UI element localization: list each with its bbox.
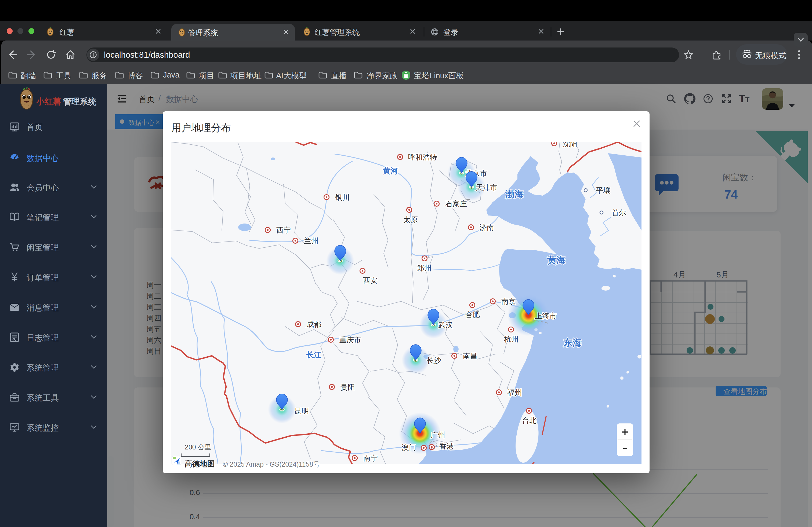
svg-text:长江: 长江 [306,351,321,359]
svg-text:济南: 济南 [480,224,494,231]
svg-text:福州: 福州 [508,389,522,396]
svg-text:南昌: 南昌 [463,352,477,360]
svg-text:天津市: 天津市 [476,183,497,192]
svg-text:渤海: 渤海 [505,189,524,199]
svg-text:香港: 香港 [439,442,454,450]
svg-text:平壤: 平壤 [596,186,610,195]
svg-text:东海: 东海 [563,337,582,348]
svg-text:南宁: 南宁 [363,454,378,462]
svg-text:黄河: 黄河 [383,167,398,175]
svg-text:沈阳: 沈阳 [563,142,577,148]
svg-text:呼和浩特: 呼和浩特 [408,153,437,161]
svg-text:广州: 广州 [431,431,445,439]
svg-text:南京: 南京 [501,298,516,306]
svg-text:银川: 银川 [335,194,350,201]
svg-text:澳门: 澳门 [402,443,416,452]
svg-text:成都: 成都 [307,320,321,328]
svg-text:贵阳: 贵阳 [340,383,355,391]
svg-text:杭州: 杭州 [504,335,519,343]
svg-text:合肥: 合肥 [465,311,480,319]
svg-text:西宁: 西宁 [276,226,291,234]
svg-text:兰州: 兰州 [304,237,318,245]
svg-text:长沙: 长沙 [427,357,441,365]
svg-text:郑州: 郑州 [417,264,432,272]
svg-text:武汉: 武汉 [438,321,453,329]
svg-text:重庆市: 重庆市 [339,336,361,344]
svg-text:黄海: 黄海 [547,255,566,265]
svg-text:台北: 台北 [522,417,536,424]
svg-text:昆明: 昆明 [294,407,309,415]
svg-text:上海市: 上海市 [535,312,557,320]
svg-text:太原: 太原 [403,216,418,224]
svg-text:西安: 西安 [363,276,378,284]
svg-text:石家庄: 石家庄 [445,200,467,208]
svg-text:首尔: 首尔 [612,209,626,217]
